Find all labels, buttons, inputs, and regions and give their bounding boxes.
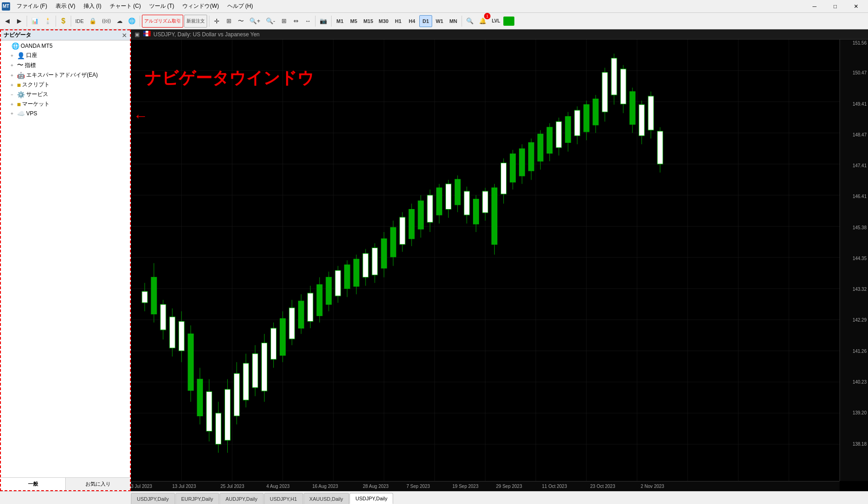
cloud-button[interactable]: ☁ [114, 15, 125, 28]
search-button[interactable]: 🔍 [464, 15, 476, 28]
chart-tab-bar: USDJPY,Daily EURJPY,Daily AUDJPY,Daily U… [0, 491, 868, 504]
period-separator-button[interactable]: ⊞ [223, 15, 234, 28]
price-label-4: 148.47 [852, 132, 867, 137]
indicator-button[interactable]: 〜 [235, 15, 246, 28]
chart-bar-button[interactable]: 📊 [29, 15, 41, 28]
forward-button[interactable]: ▶ [14, 15, 25, 28]
autoscroll-button[interactable]: ↔ [302, 15, 313, 28]
menu-item-window[interactable]: ウィンドウ(W) [179, 1, 222, 11]
price-label-top: 151.56 [852, 40, 867, 45]
menu-item-tools[interactable]: ツール (T) [146, 1, 178, 11]
zoom-out-button[interactable]: 🔍- [264, 15, 277, 28]
menu-item-help[interactable]: ヘルプ (H) [224, 1, 257, 11]
timeframe-m15[interactable]: M15 [361, 15, 375, 27]
timeframe-h1[interactable]: H1 [392, 15, 405, 27]
timeframe-m5[interactable]: M5 [347, 15, 360, 27]
ide-button[interactable]: IDE [73, 15, 86, 28]
indicator-label: 指標 [25, 62, 36, 69]
annotation-text: ナビゲータウインドウ [145, 67, 314, 90]
svg-rect-64 [289, 308, 295, 339]
back-button[interactable]: ◀ [2, 15, 13, 28]
close-button[interactable]: ✕ [845, 0, 866, 13]
signals-button[interactable]: ((o)) [100, 15, 113, 28]
navigator-header: ナビゲータ ✕ [1, 29, 130, 40]
svg-rect-108 [492, 188, 497, 244]
level-button[interactable]: LVL [490, 15, 502, 28]
navigator-title: ナビゲータ [4, 31, 31, 39]
svg-rect-60 [271, 328, 276, 359]
price-label-2: 150.47 [852, 70, 867, 75]
chart-tab-xauusd-daily[interactable]: XAUUSD,Daily [304, 493, 349, 504]
svg-rect-68 [308, 293, 313, 322]
timeframe-d1[interactable]: D1 [419, 15, 432, 27]
globe-button[interactable]: 🌐 [126, 15, 138, 28]
chart-tab-usdjpy-daily-active[interactable]: USDJPY,Daily [349, 493, 394, 504]
nav-tab-general[interactable]: 一般 [1, 478, 66, 490]
svg-rect-32 [142, 291, 147, 303]
tree-item-ea[interactable]: ＋ 🤖 エキスパートアドバイザ(EA) [1, 70, 130, 80]
expand-account-icon: ＋ [8, 52, 16, 59]
chart-header: ▣ USDJPY, Daily: US Dollar vs Japanese Y… [131, 29, 868, 40]
chart-tab-usdjpy-h1[interactable]: USDJPY,H1 [264, 493, 303, 504]
timeframe-m1[interactable]: M1 [333, 15, 346, 27]
navigator-close-button[interactable]: ✕ [122, 32, 127, 39]
account-icon: 👤 [17, 52, 25, 59]
svg-rect-94 [427, 195, 433, 222]
svg-rect-74 [335, 271, 341, 296]
expand-vps-icon: ＋ [8, 110, 16, 117]
maximize-button[interactable]: □ [825, 0, 845, 13]
toolbar: ◀ ▶ 📊 🕯️ $ IDE 🔒 ((o)) ☁ 🌐 アルゴリズム取引 新規注文… [0, 13, 868, 29]
chart-tab-usdjpy-daily-1[interactable]: USDJPY,Daily [131, 493, 175, 504]
menu-item-view[interactable]: 表示 (V) [52, 1, 79, 11]
timeframe-h4[interactable]: H4 [406, 15, 418, 27]
screenshot-button[interactable]: 📷 [317, 15, 329, 28]
menu-item-chart[interactable]: チャート (C) [106, 1, 145, 11]
menu-item-insert[interactable]: 挿入 (I) [80, 1, 105, 11]
price-label-11: 141.26 [852, 349, 867, 354]
chart-tab-audjpy-daily[interactable]: AUDJPY,Daily [220, 493, 264, 504]
nav-tab-favorites[interactable]: お気に入り [66, 478, 130, 490]
lock-button[interactable]: 🔒 [87, 15, 99, 28]
menu-item-file[interactable]: ファイル (F) [13, 1, 51, 11]
zoom-in-button[interactable]: 🔍+ [247, 15, 263, 28]
crosshair-button[interactable]: ✛ [211, 15, 222, 28]
tree-item-script[interactable]: ＋ ■ スクリプト [1, 80, 130, 90]
vps-label: VPS [26, 110, 37, 117]
tree-item-service[interactable]: － ⚙️ サービス [1, 90, 130, 99]
price-label-5: 147.41 [852, 163, 867, 168]
timeframe-w1[interactable]: W1 [433, 15, 446, 27]
chart-candle-button[interactable]: 🕯️ [42, 15, 54, 28]
tree-item-indicator[interactable]: ＋ 〜 指標 [1, 60, 130, 70]
svg-rect-76 [344, 265, 350, 289]
chart-tab-eurjpy-daily[interactable]: EURJPY,Daily [175, 493, 220, 504]
tree-item-oanda[interactable]: 🌐 OANDA MT5 [1, 41, 130, 51]
tree-item-market[interactable]: ＋ ■ マーケット [1, 99, 130, 109]
svg-rect-90 [409, 210, 414, 239]
flag-icon [143, 30, 151, 37]
green-status[interactable] [503, 17, 514, 26]
svg-rect-110 [501, 163, 507, 194]
chart-canvas[interactable]: ナビゲータウインドウ ← [131, 40, 868, 491]
svg-rect-50 [225, 389, 230, 440]
dollar-button[interactable]: $ [58, 15, 69, 28]
time-label-10: 11 Oct 2023 [542, 484, 567, 489]
tree-item-account[interactable]: ＋ 👤 口座 [1, 51, 130, 60]
new-order-button[interactable]: 新規注文 [184, 15, 207, 28]
grid-button[interactable]: ⊞ [278, 15, 289, 28]
notification-badge: 1 [484, 13, 490, 19]
algo-trading-button[interactable]: アルゴリズム取引 [142, 15, 183, 28]
svg-rect-44 [197, 379, 203, 416]
market-label: マーケット [22, 100, 50, 108]
timeframe-mn[interactable]: MN [447, 15, 460, 27]
service-icon: ⚙️ [17, 91, 25, 98]
svg-rect-130 [593, 99, 598, 125]
account-label: 口座 [26, 51, 37, 59]
time-label-6: 28 Aug 2023 [363, 484, 389, 489]
service-label: サービス [26, 91, 48, 98]
timeframe-m30[interactable]: M30 [377, 15, 391, 27]
tree-item-vps[interactable]: ＋ ☁️ VPS [1, 109, 130, 118]
minimize-button[interactable]: ─ [804, 0, 825, 13]
scroll-button[interactable]: ⇔ [290, 15, 301, 28]
toolbar-separator-4 [140, 16, 140, 27]
main-area: ナビゲータ ✕ 🌐 OANDA MT5 ＋ 👤 口座 ＋ 〜 指標 [0, 29, 868, 491]
